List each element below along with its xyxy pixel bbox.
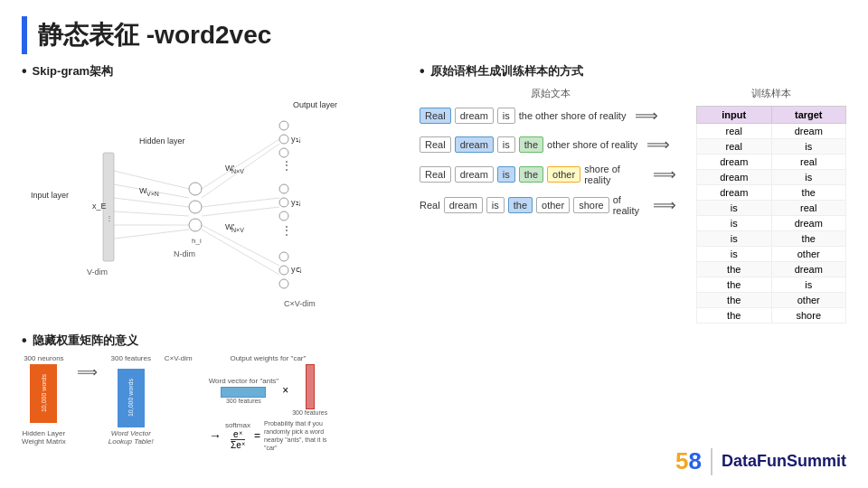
- svg-point-20: [279, 279, 288, 288]
- word-is-1: is: [497, 108, 515, 124]
- word-is-4: is: [486, 197, 505, 213]
- input-cell: the: [697, 308, 772, 324]
- svg-text:⋮: ⋮: [106, 214, 113, 222]
- input-cell: dream: [697, 155, 772, 170]
- arrow-1: ⟹: [635, 106, 658, 126]
- word-the-4: the: [508, 197, 533, 213]
- softmax-label: softmax: [225, 421, 250, 429]
- original-label: 原始文本: [420, 87, 682, 100]
- word-shore-4: shore: [573, 197, 609, 213]
- word-is-2: is: [497, 136, 515, 153]
- logo-58-left: 5: [675, 447, 688, 475]
- orange-bar-group: 300 neurons 10,000 words Hidden LayerWei…: [22, 354, 66, 446]
- orange-bars: 10,000 words: [30, 364, 57, 427]
- word-dream-3: dream: [455, 166, 494, 183]
- target-cell: real: [771, 155, 846, 170]
- word-vector-bar: [221, 387, 266, 398]
- col-target: target: [771, 107, 846, 124]
- blue-bar-group: 300 features 10,000 words Word VectorLoo…: [108, 354, 154, 446]
- bar-chart-area: 300 neurons 10,000 words Hidden LayerWei…: [22, 354, 401, 452]
- arrow1: ⟹: [73, 363, 101, 380]
- table-row: isthe: [697, 231, 846, 247]
- svg-point-9: [279, 135, 288, 144]
- input-cell: the: [697, 277, 772, 293]
- svg-point-5: [189, 201, 202, 213]
- col-input: input: [697, 107, 772, 124]
- table-row: dreamreal: [697, 155, 846, 170]
- target-cell: dream: [771, 216, 846, 231]
- target-cell: other: [771, 293, 846, 308]
- svg-text:yᴄⱼ: yᴄⱼ: [291, 265, 302, 274]
- svg-line-33: [202, 230, 279, 275]
- input-cell: real: [697, 124, 772, 139]
- table-row: theother: [697, 293, 846, 308]
- softmax-block: softmax eˣ Σeˣ: [225, 421, 250, 450]
- table-row: thedream: [697, 262, 846, 277]
- softmax-calc: → softmax eˣ Σeˣ = Probability that if y…: [209, 419, 327, 452]
- target-cell: dream: [771, 262, 846, 277]
- logo-area: 5 8 DataFunSummit: [675, 447, 846, 475]
- svg-point-8: [279, 121, 288, 130]
- svg-point-14: [279, 198, 288, 207]
- output-weight-bar: [306, 364, 315, 409]
- table-row: theshore: [697, 308, 846, 324]
- input-cell: is: [697, 247, 772, 262]
- svg-text:N-dim: N-dim: [174, 249, 195, 258]
- word-dream-1: dream: [455, 108, 494, 124]
- logo-58-container: 5 8: [675, 447, 702, 475]
- title-accent: [22, 16, 27, 54]
- training-table: input target realdreamrealisdreamrealdre…: [696, 106, 846, 324]
- target-cell: other: [771, 247, 846, 262]
- svg-point-18: [279, 252, 288, 261]
- corpus-title: 原始语料生成训练样本的方式: [420, 63, 846, 80]
- table-row: dreamthe: [697, 185, 846, 201]
- svg-text:⋮: ⋮: [281, 159, 292, 172]
- text-shore-3: shore of reality: [584, 164, 644, 185]
- sentence-row-3: Real dream is the other shore of reality…: [420, 164, 682, 185]
- svg-line-24: [114, 198, 189, 207]
- hidden-layer-label: Hidden LayerWeight Matrix: [22, 429, 66, 446]
- original-text-col: 原始文本 Real dream is the other shore of re…: [420, 87, 682, 324]
- word-real-3: Real: [420, 166, 451, 183]
- input-cell: real: [697, 139, 772, 155]
- arrow2: →: [209, 428, 222, 443]
- table-row: isother: [697, 247, 846, 262]
- wv-label: Word vector for "ants": [209, 377, 279, 385]
- svg-text:Output layer: Output layer: [293, 100, 337, 109]
- right-panel: 原始语料生成训练样本的方式 原始文本 Real dream is the oth…: [420, 63, 846, 452]
- svg-point-15: [279, 211, 288, 221]
- skipgram-title: Skip-gram架构: [22, 63, 401, 80]
- svg-text:x_E: x_E: [92, 202, 107, 211]
- text-other-2: other shore of reality: [547, 139, 637, 150]
- word-the-2: the: [519, 136, 543, 153]
- training-label: 训练样本: [696, 87, 846, 100]
- svg-point-19: [279, 266, 288, 275]
- input-cell: the: [697, 293, 772, 308]
- left-panel: Skip-gram架构 Input layer Hidden layer Out…: [22, 63, 401, 452]
- word-dream-4: dream: [444, 197, 483, 213]
- svg-line-30: [202, 198, 279, 207]
- word-real-4: Real: [420, 200, 440, 211]
- logo-58-right: 8: [689, 447, 702, 475]
- ow-features: 300 features: [292, 409, 327, 416]
- target-cell: dream: [771, 124, 846, 139]
- training-col: 训练样本 input target realdreamrealisdreamre…: [696, 87, 846, 324]
- svg-line-25: [114, 211, 189, 216]
- target-cell: shore: [771, 308, 846, 324]
- sentence-row-2: Real dream is the other shore of reality…: [420, 135, 682, 155]
- target-cell: the: [771, 185, 846, 201]
- word-the-3: the: [519, 166, 543, 183]
- table-row: realis: [697, 139, 846, 155]
- blue-bars: 10,000 words: [118, 364, 145, 427]
- title-bar: 静态表征 -word2vec: [0, 0, 868, 63]
- sentence-row-1: Real dream is the other shore of reality…: [420, 106, 682, 126]
- nn-svg: Input layer Hidden layer Output layer h_…: [22, 85, 365, 329]
- nn-diagram: Input layer Hidden layer Output layer h_…: [22, 85, 365, 329]
- input-cell: is: [697, 231, 772, 247]
- svg-line-31: [202, 207, 279, 216]
- equals-sign: =: [254, 429, 260, 442]
- neurons-label: 300 neurons: [24, 354, 63, 362]
- word-vector-lookup-label: Word VectorLookup Table!: [108, 429, 154, 446]
- input-cell: is: [697, 216, 772, 231]
- svg-text:N×V: N×V: [231, 227, 244, 233]
